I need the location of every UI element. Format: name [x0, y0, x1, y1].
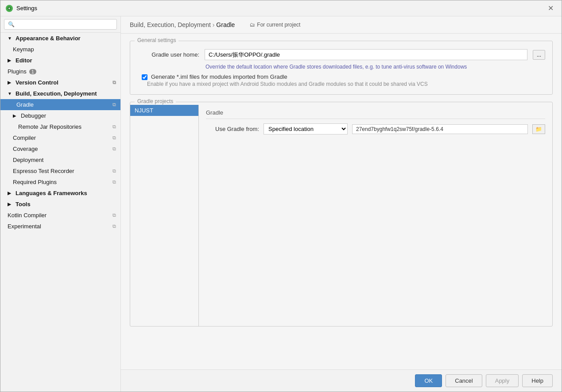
copy-icon: ⧉: [112, 223, 116, 229]
general-settings-group: General settings Gradle user home: ... O…: [130, 41, 553, 95]
gradle-projects-title: Gradle projects: [135, 98, 176, 104]
arrow-icon: ▶: [8, 58, 13, 63]
search-input[interactable]: [4, 19, 117, 30]
copy-icon: ⧉: [112, 146, 116, 152]
sidebar-item-version-control[interactable]: ▶ Version Control ⧉: [0, 77, 120, 88]
arrow-icon: ▶: [8, 80, 13, 85]
sidebar-item-label: Languages & Frameworks: [16, 190, 87, 196]
sidebar-item-label: Tools: [16, 201, 31, 208]
sidebar-item-appearance[interactable]: ▼ Appearance & Behavior: [0, 33, 120, 44]
for-project-icon: 🗂: [250, 22, 255, 28]
gradle-home-hint: Override the default location where Grad…: [205, 64, 545, 70]
sidebar-item-label: Deployment: [13, 157, 43, 163]
gradle-path-input[interactable]: [352, 124, 528, 134]
sidebar-item-experimental[interactable]: Experimental ⧉: [0, 221, 120, 232]
copy-icon: ⧉: [112, 168, 116, 174]
sidebar-item-label: Appearance & Behavior: [16, 35, 81, 42]
use-gradle-select[interactable]: Specified location Wrapper (default) Gra…: [264, 123, 348, 135]
sidebar: ▼ Appearance & Behavior Keymap ▶ Editor …: [0, 16, 121, 392]
generate-iml-checkbox[interactable]: [142, 74, 147, 80]
copy-icon: ⧉: [112, 212, 116, 218]
search-box: [0, 16, 120, 33]
panel-header: Build, Execution, Deployment › Gradle 🗂 …: [121, 16, 562, 34]
sidebar-item-label: Required Plugins: [13, 179, 57, 185]
sidebar-item-label: Debugger: [21, 112, 46, 119]
sidebar-item-languages[interactable]: ▶ Languages & Frameworks: [0, 188, 120, 199]
sidebar-item-label: Kotlin Compiler: [8, 212, 47, 219]
sidebar-item-build[interactable]: ▼ Build, Execution, Deployment: [0, 88, 120, 99]
close-button[interactable]: ✕: [545, 3, 556, 13]
sidebar-item-espresso[interactable]: Espresso Test Recorder ⧉: [0, 165, 120, 177]
sidebar-item-label: Remote Jar Repositories: [18, 123, 81, 130]
ok-button[interactable]: OK: [415, 374, 442, 387]
for-project-button[interactable]: 🗂 For current project: [247, 21, 303, 29]
gradle-home-input[interactable]: [205, 49, 527, 60]
sidebar-item-label: Editor: [16, 57, 32, 64]
svg-point-1: [8, 8, 10, 9]
for-project-label: For current project: [257, 22, 300, 28]
gradle-detail-title: Gradle: [206, 109, 545, 119]
sidebar-item-debugger[interactable]: ▶ Debugger: [0, 110, 120, 121]
arrow-icon: ▶: [13, 113, 18, 118]
sidebar-item-label: Compiler: [13, 135, 36, 141]
main-panel: Build, Execution, Deployment › Gradle 🗂 …: [121, 16, 562, 392]
sidebar-item-required-plugins[interactable]: Required Plugins ⧉: [0, 177, 120, 188]
arrow-icon: ▶: [8, 191, 13, 196]
copy-icon: ⧉: [112, 102, 116, 108]
generate-iml-hint: Enable if you have a mixed project with …: [147, 81, 545, 87]
gradle-path-browse-button[interactable]: 📁: [532, 124, 545, 134]
generate-iml-label: Generate *.iml files for modules importe…: [151, 73, 287, 80]
copy-icon: ⧉: [112, 135, 116, 141]
sidebar-item-label: Build, Execution, Deployment: [16, 90, 97, 97]
use-gradle-label: Use Gradle from:: [206, 126, 259, 132]
breadcrumb-current: Gradle: [216, 21, 235, 28]
apply-button[interactable]: Apply: [486, 374, 519, 387]
gradle-home-label: Gradle user home:: [137, 51, 199, 58]
cancel-button[interactable]: Cancel: [446, 374, 482, 387]
sidebar-item-label: Keymap: [13, 46, 34, 53]
copy-icon: ⧉: [112, 179, 116, 185]
gradle-projects-group: Gradle projects NJUST Gradle Use Gradle …: [130, 102, 553, 327]
sidebar-item-compiler[interactable]: Compiler ⧉: [0, 132, 120, 143]
sidebar-item-coverage[interactable]: Coverage ⧉: [0, 143, 120, 154]
panel-body: General settings Gradle user home: ... O…: [121, 34, 562, 369]
sidebar-item-kotlin[interactable]: Kotlin Compiler ⧉: [0, 210, 120, 221]
app-icon: [6, 5, 13, 12]
sidebar-item-deployment[interactable]: Deployment: [0, 154, 120, 165]
project-list: NJUST: [130, 105, 199, 326]
gradle-projects-content: NJUST Gradle Use Gradle from: Specified …: [130, 105, 552, 326]
sidebar-item-label: Version Control: [16, 79, 58, 86]
sidebar-item-label: Espresso Test Recorder: [13, 168, 74, 174]
sidebar-item-label: Experimental: [8, 223, 41, 230]
dialog-title: Settings: [16, 5, 37, 12]
sidebar-item-tools[interactable]: ▶ Tools: [0, 199, 120, 210]
gradle-home-browse-button[interactable]: ...: [533, 50, 545, 60]
breadcrumb: Build, Execution, Deployment › Gradle: [130, 21, 235, 28]
arrow-icon: ▼: [8, 36, 13, 41]
project-list-item[interactable]: NJUST: [130, 105, 198, 116]
generate-iml-row: Generate *.iml files for modules importe…: [142, 73, 545, 80]
gradle-detail: Gradle Use Gradle from: Specified locati…: [199, 105, 552, 326]
sidebar-item-gradle[interactable]: Gradle ⧉: [0, 99, 120, 110]
sidebar-item-remote-jar[interactable]: Remote Jar Repositories ⧉: [0, 121, 120, 132]
copy-icon: ⧉: [112, 124, 116, 130]
breadcrumb-parent: Build, Execution, Deployment: [130, 21, 211, 28]
footer: OK Cancel Apply Help: [121, 369, 562, 392]
copy-icon: ⧉: [112, 80, 116, 85]
arrow-icon: ▼: [8, 91, 13, 96]
sidebar-item-label: Gradle: [16, 101, 34, 108]
sidebar-item-keymap[interactable]: Keymap: [0, 44, 120, 55]
sidebar-item-plugins[interactable]: Plugins 1: [0, 66, 120, 77]
arrow-icon: ▶: [8, 202, 13, 207]
gradle-home-row: Gradle user home: ...: [137, 49, 545, 60]
use-gradle-row: Use Gradle from: Specified location Wrap…: [206, 123, 545, 135]
title-bar: Settings ✕: [0, 0, 562, 16]
help-button[interactable]: Help: [522, 374, 553, 387]
plugins-badge: 1: [29, 69, 36, 74]
sidebar-item-label: Plugins: [8, 68, 27, 75]
general-settings-title: General settings: [135, 37, 178, 43]
main-content: ▼ Appearance & Behavior Keymap ▶ Editor …: [0, 16, 562, 392]
general-settings-content: Gradle user home: ... Override the defau…: [130, 44, 552, 94]
sidebar-item-editor[interactable]: ▶ Editor: [0, 55, 120, 66]
title-bar-left: Settings: [6, 5, 37, 12]
